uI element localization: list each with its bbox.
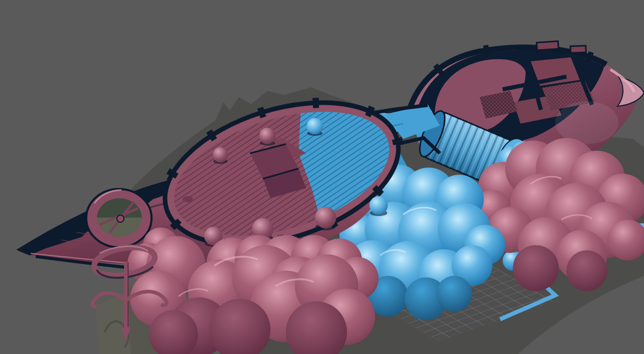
viewport-3d[interactable]: [0, 0, 644, 354]
scene-canvas[interactable]: [0, 0, 644, 354]
bow-porthole: [86, 189, 152, 247]
maroon-cloud-front[interactable]: [128, 227, 379, 354]
